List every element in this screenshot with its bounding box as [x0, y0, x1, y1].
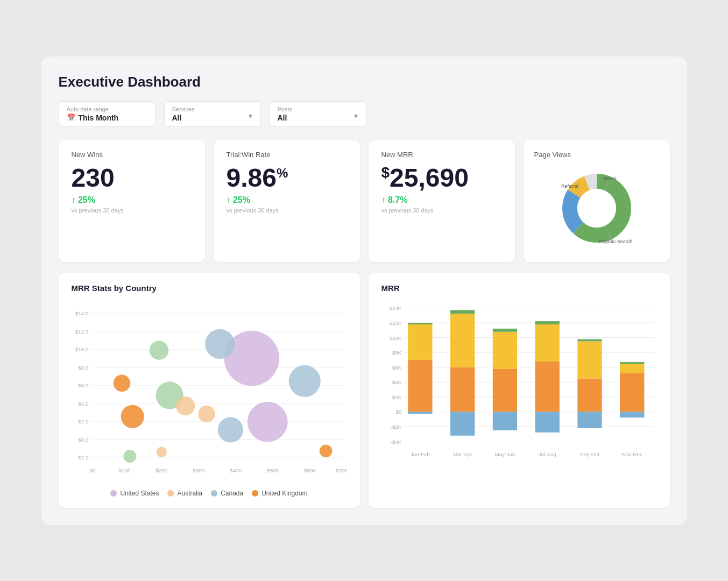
- donut-label-direct: Direct: [604, 176, 617, 181]
- donut-svg: Direct Referral Organic Search: [554, 165, 640, 251]
- bubble-canada-2: [288, 365, 320, 396]
- kpi-trial-sub: vs previous 30 days: [227, 207, 347, 214]
- bar-chart-container: $14K $12K $10K $8K $6K $4K $2K $0 -$2K -…: [381, 301, 657, 484]
- svg-text:Nov-Dec: Nov-Dec: [621, 451, 642, 457]
- bubble-uk-3: [319, 444, 332, 457]
- bubble-chart-card: MRR Stats by Country $14.0 $12.0 $10.0 $…: [59, 273, 360, 508]
- bubble-aus-small: [156, 447, 167, 457]
- bar-jan-feb-orange: [408, 359, 432, 411]
- mrr-bar-chart-card: MRR $14K $12K $10K $8K $6K $4K $2K $0 -$…: [369, 273, 670, 508]
- bubble-chart-title: MRR Stats by Country: [72, 284, 347, 293]
- bubble-canada-1: [205, 329, 235, 358]
- bubble-canada-3: [217, 417, 243, 442]
- date-range-filter[interactable]: Auto date range 📅 This Month: [59, 101, 156, 127]
- legend-au-label: Australia: [177, 490, 202, 497]
- kpi-trial-value: 9.86%: [227, 165, 347, 191]
- bubble-uk-1: [113, 374, 130, 392]
- bar-mar-apr-orange: [450, 367, 475, 412]
- legend-uk-dot: [252, 490, 258, 497]
- donut-label-organic: Organic Search: [598, 239, 632, 244]
- svg-text:$14K: $14K: [389, 305, 401, 311]
- bar-may-jun-orange: [492, 369, 517, 412]
- svg-text:$0.0: $0.0: [78, 436, 89, 442]
- kpi-row: New Wins 230 ↑ 25% vs previous 30 days T…: [59, 140, 670, 262]
- svg-text:$6.0: $6.0: [78, 382, 89, 388]
- legend-ca-label: Canada: [221, 490, 243, 497]
- posts-value: All: [278, 114, 358, 122]
- bar-jul-aug-orange: [535, 361, 559, 412]
- kpi-new-wins-title: New Wins: [72, 151, 192, 159]
- services-value: All: [172, 114, 253, 122]
- date-range-value: 📅 This Month: [67, 114, 147, 122]
- kpi-trial-win-rate: Trial:Win Rate 9.86% ↑ 25% vs previous 3…: [214, 140, 360, 262]
- date-range-label: Auto date range: [67, 106, 147, 112]
- calendar-icon: 📅: [67, 114, 75, 122]
- bar-svg: $14K $12K $10K $8K $6K $4K $2K $0 -$2K -…: [381, 301, 657, 484]
- bubble-small-green: [123, 450, 136, 463]
- bar-jul-aug-green: [535, 321, 559, 324]
- kpi-trial-change: ↑ 25%: [227, 195, 347, 205]
- svg-text:$500: $500: [267, 467, 279, 473]
- bar-mar-apr-yellow: [450, 314, 475, 367]
- svg-text:$100: $100: [118, 467, 130, 473]
- page-title: Executive Dashboard: [59, 74, 670, 90]
- legend-uk: United Kingdom: [252, 490, 307, 497]
- bar-jul-aug-blue: [535, 412, 559, 432]
- chevron-down-icon: ▼: [248, 112, 254, 120]
- kpi-new-wins-value: 230: [72, 165, 192, 191]
- svg-text:Jul-Aug: Jul-Aug: [538, 451, 556, 457]
- bubble-aus-2: [198, 405, 215, 422]
- bar-sep-oct-orange: [577, 378, 602, 412]
- bar-may-jun-blue: [492, 412, 517, 430]
- legend-uk-label: United Kingdom: [261, 490, 307, 497]
- svg-text:$8.0: $8.0: [78, 364, 89, 370]
- bar-nov-dec-orange: [620, 373, 644, 412]
- bar-sep-oct-blue: [577, 412, 602, 428]
- posts-filter[interactable]: Posts All ▼: [270, 101, 366, 127]
- bar-nov-dec-green: [620, 362, 644, 364]
- donut-label-referral: Referral: [561, 183, 578, 189]
- svg-text:Mar-Apr: Mar-Apr: [453, 451, 472, 457]
- legend-us: United States: [110, 490, 159, 497]
- bar-nov-dec-blue: [620, 412, 644, 417]
- bar-sep-oct-green: [577, 339, 602, 341]
- kpi-new-wins: New Wins 230 ↑ 25% vs previous 30 days: [59, 140, 205, 262]
- svg-text:$12K: $12K: [389, 320, 401, 325]
- kpi-mrr-title: New MRR: [381, 151, 502, 159]
- kpi-page-views-title: Page Views: [534, 151, 571, 159]
- services-filter[interactable]: Services All ▼: [164, 101, 261, 127]
- svg-text:$700: $700: [336, 467, 347, 473]
- svg-text:Sep-Oct: Sep-Oct: [579, 451, 599, 457]
- dashboard: Executive Dashboard Auto date range 📅 Th…: [41, 56, 687, 525]
- svg-text:$200: $200: [156, 467, 167, 473]
- bubble-uk-2: [121, 405, 144, 428]
- svg-text:$4K: $4K: [392, 379, 401, 385]
- bar-mar-apr-green: [450, 310, 475, 314]
- bubble-us-med: [247, 401, 287, 442]
- bubble-aus-1: [175, 396, 194, 415]
- bubble-canada-small: [149, 341, 168, 359]
- legend-au-dot: [167, 490, 174, 497]
- bar-jul-aug-yellow: [535, 324, 559, 361]
- bar-jan-feb-blue: [408, 412, 432, 414]
- bubble-chart-container: $14.0 $12.0 $10.0 $8.0 $6.0 $4.0 $2.0 $0…: [72, 301, 347, 484]
- svg-text:$0: $0: [395, 409, 401, 415]
- legend-ca: Canada: [211, 490, 243, 497]
- donut-chart: Direct Referral Organic Search: [534, 165, 659, 251]
- svg-text:$0: $0: [89, 467, 95, 473]
- svg-text:May-Jun: May-Jun: [494, 451, 515, 457]
- svg-text:$10.0: $10.0: [75, 346, 88, 352]
- kpi-new-wins-change: ↑ 25%: [72, 195, 192, 205]
- kpi-mrr-sub: vs previous 30 days: [381, 207, 502, 214]
- filters-bar: Auto date range 📅 This Month Services Al…: [59, 101, 670, 127]
- svg-text:-$2.0: -$2.0: [76, 455, 89, 460]
- legend-us-label: United States: [120, 490, 159, 497]
- bar-sep-oct-yellow: [577, 341, 602, 378]
- bar-may-jun-yellow: [492, 331, 517, 369]
- svg-text:$600: $600: [304, 467, 316, 473]
- svg-text:-$2K: -$2K: [390, 423, 401, 429]
- svg-text:-$4K: -$4K: [390, 438, 401, 444]
- svg-text:$14.0: $14.0: [75, 310, 88, 316]
- bar-jan-feb-green: [408, 323, 432, 324]
- kpi-trial-title: Trial:Win Rate: [227, 151, 347, 159]
